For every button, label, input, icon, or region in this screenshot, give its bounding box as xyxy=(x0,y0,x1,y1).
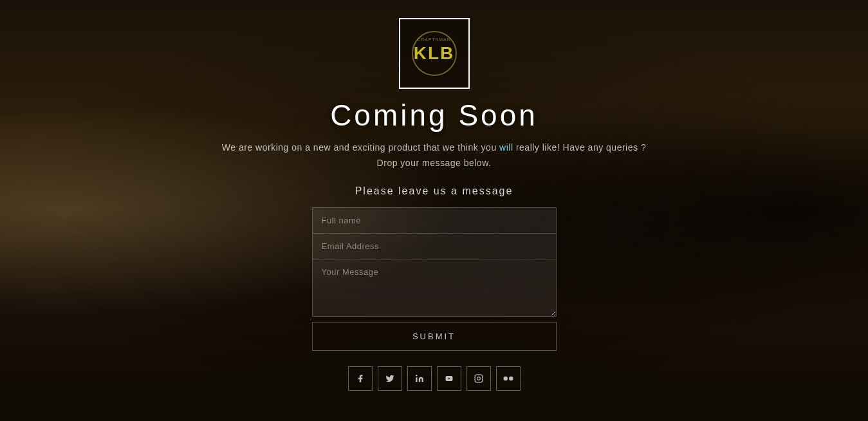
message-textarea[interactable] xyxy=(312,259,557,317)
logo-subtext: CRAFTSMAN xyxy=(413,37,456,42)
page-content: CRAFTSMAN KLB Coming Soon We are working… xyxy=(0,0,868,391)
email-input[interactable] xyxy=(312,233,557,259)
highlight-will: will xyxy=(499,142,513,153)
logo-text: KLB xyxy=(414,43,455,64)
form-section: Please leave us a message SUBMIT xyxy=(0,185,868,351)
logo-circle: CRAFTSMAN KLB xyxy=(412,31,457,76)
coming-soon-title: Coming Soon xyxy=(330,98,538,133)
youtube-icon[interactable] xyxy=(437,366,461,391)
form-heading: Please leave us a message xyxy=(355,185,513,197)
fullname-input[interactable] xyxy=(312,207,557,233)
logo-box: CRAFTSMAN KLB xyxy=(399,18,470,89)
instagram-icon[interactable] xyxy=(466,366,491,391)
svg-point-4 xyxy=(503,376,507,380)
contact-form: SUBMIT xyxy=(312,207,557,351)
flickr-icon[interactable] xyxy=(496,366,521,391)
svg-point-5 xyxy=(509,376,513,380)
linkedin-icon[interactable] xyxy=(407,366,432,391)
svg-rect-2 xyxy=(475,375,483,382)
social-row xyxy=(348,366,521,391)
subtitle: We are working on a new and exciting pro… xyxy=(216,140,653,171)
svg-point-0 xyxy=(416,375,417,376)
submit-button[interactable]: SUBMIT xyxy=(312,322,557,351)
facebook-icon[interactable] xyxy=(348,366,373,391)
logo-inner: CRAFTSMAN KLB xyxy=(412,31,457,76)
twitter-icon[interactable] xyxy=(378,366,402,391)
